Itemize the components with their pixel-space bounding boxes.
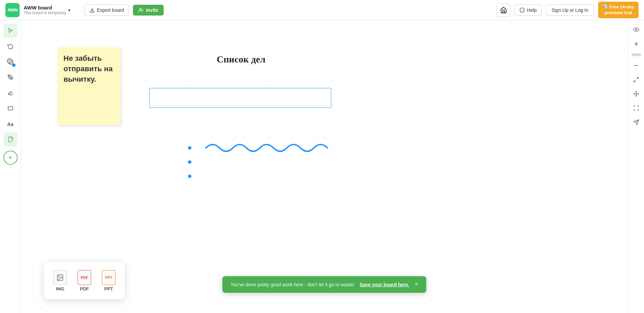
add-tool-button[interactable]: + (3, 151, 18, 165)
toast-message: You've done pretty good work here - don'… (231, 282, 354, 287)
board-canvas-title: Список дел (217, 54, 265, 65)
svg-rect-11 (8, 107, 13, 110)
text-input-box[interactable] (149, 88, 331, 108)
signup-label: Sign Up or Log In (552, 7, 588, 13)
color-indicator (12, 63, 16, 67)
header-right: Help Sign Up or Log In 💎 Free 14-dayprem… (497, 2, 639, 19)
eraser-tool[interactable] (3, 86, 18, 100)
export-ppt-button[interactable]: PPT PPT (99, 267, 118, 294)
toast-close-button[interactable]: × (415, 281, 419, 288)
main-area: Aa + Не забыть отправить на вычитку. Спи… (0, 20, 644, 313)
board-title-area: AWW board This board is temporary ▾ (24, 5, 78, 15)
ppt-format-label: PPT (104, 286, 113, 291)
premium-label: 💎 Free 14-daypremium trial (603, 4, 634, 15)
svg-point-17 (635, 29, 637, 31)
eye-button[interactable] (630, 24, 642, 36)
rectangle-tool[interactable] (3, 101, 18, 115)
share-button[interactable] (630, 116, 642, 128)
download-icon (89, 7, 95, 13)
svg-point-1 (140, 8, 141, 10)
left-toolbar: Aa + (0, 20, 21, 313)
drawing-canvas (163, 128, 365, 182)
zoom-in-button[interactable] (630, 38, 642, 50)
export-pdf-button[interactable]: PDF PDF (75, 267, 94, 294)
svg-point-12 (188, 146, 191, 150)
svg-point-10 (9, 77, 10, 78)
home-icon (500, 7, 507, 14)
color-tool[interactable] (3, 55, 18, 69)
undo-tool[interactable] (3, 39, 18, 53)
home-button[interactable] (497, 3, 510, 17)
board-subtitle: This board is temporary (24, 10, 66, 15)
export-popup: IMG PDF PDF PPT PPT (44, 262, 125, 299)
svg-point-9 (8, 59, 11, 62)
svg-line-21 (637, 77, 638, 79)
zoom-out-button[interactable] (630, 59, 642, 72)
board-title: AWW board (24, 5, 66, 10)
help-label: Help (527, 7, 537, 13)
pdf-format-icon: PDF (78, 270, 91, 285)
sticky-note[interactable]: Не забыть отправить на вычитку. (58, 47, 120, 125)
svg-line-22 (634, 80, 636, 82)
pdf-format-label: PDF (80, 286, 89, 291)
toast-notification: You've done pretty good work here - don'… (222, 276, 426, 293)
chevron-down-icon[interactable]: ▾ (68, 7, 71, 13)
svg-point-16 (58, 276, 59, 277)
invite-icon (138, 7, 144, 13)
app-logo: AWW (5, 3, 20, 17)
image-format-icon (53, 270, 67, 285)
ppt-format-icon: PPT (102, 270, 115, 285)
sticky-note-tool[interactable] (3, 132, 18, 147)
pen-tool[interactable] (3, 70, 18, 84)
expand-button[interactable] (630, 74, 642, 86)
premium-trial-button[interactable]: 💎 Free 14-daypremium trial (598, 2, 639, 19)
zoom-level-display: 100% (631, 52, 641, 57)
canvas-area[interactable]: Не забыть отправить на вычитку. Список д… (21, 20, 628, 313)
sticky-note-text: Не забыть отправить на вычитку. (63, 54, 113, 83)
fullscreen-button[interactable] (630, 102, 642, 114)
export-image-button[interactable]: IMG (51, 267, 70, 294)
invite-button[interactable]: Invite (133, 5, 164, 16)
image-format-label: IMG (56, 286, 64, 291)
info-icon (519, 7, 525, 13)
svg-point-13 (188, 160, 191, 164)
toast-save-link[interactable]: Save your board here. (360, 282, 409, 287)
export-button[interactable]: Export board (84, 4, 129, 16)
signup-button[interactable]: Sign Up or Log In (546, 4, 594, 16)
export-label: Export board (97, 7, 124, 13)
svg-point-14 (188, 175, 191, 178)
select-tool[interactable] (3, 24, 18, 38)
invite-label: Invite (146, 7, 158, 13)
text-tool[interactable]: Aa (3, 117, 18, 131)
right-toolbar: 100% (628, 20, 644, 313)
move-button[interactable] (630, 88, 642, 100)
help-button[interactable]: Help (514, 4, 542, 16)
header: AWW AWW board This board is temporary ▾ … (0, 0, 644, 20)
